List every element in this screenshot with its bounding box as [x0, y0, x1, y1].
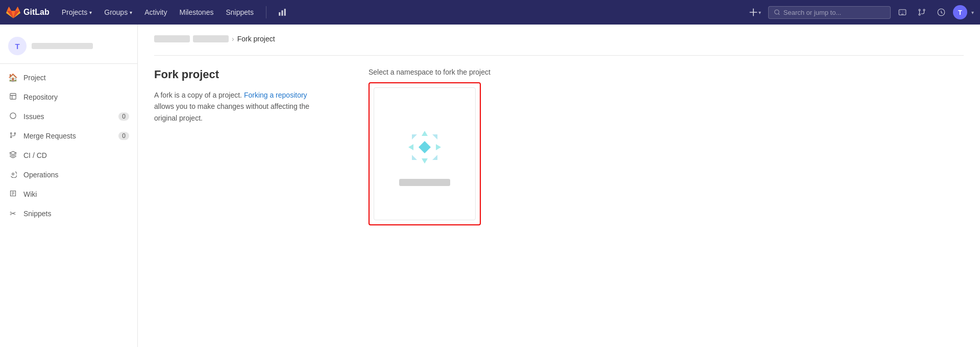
- sidebar-item-issues[interactable]: Issues 0: [0, 107, 137, 126]
- sidebar-item-snippets[interactable]: ✂ Snippets: [0, 204, 137, 223]
- sidebar-item-project[interactable]: 🏠 Project: [0, 68, 137, 87]
- breadcrumb: › Fork project: [154, 35, 964, 43]
- svg-marker-20: [432, 134, 437, 140]
- svg-marker-15: [422, 131, 428, 136]
- merge-requests-badge: 0: [118, 132, 129, 140]
- breadcrumb-part2: [193, 35, 229, 42]
- cicd-icon: [8, 151, 17, 160]
- sidebar-user-section: T: [0, 33, 137, 64]
- fork-info-section: Fork project A fork is a copy of a proje…: [154, 68, 328, 124]
- issues-badge: 0: [118, 112, 129, 121]
- issues-icon[interactable]: [934, 5, 949, 20]
- merge-request-icon[interactable]: [914, 5, 929, 20]
- wiki-icon: [8, 190, 17, 199]
- svg-point-14: [12, 173, 14, 175]
- svg-marker-23: [419, 141, 431, 153]
- sidebar-avatar: T: [8, 37, 27, 55]
- svg-point-3: [775, 10, 779, 14]
- svg-marker-21: [412, 155, 417, 160]
- groups-chevron-icon: ▾: [130, 10, 132, 15]
- sidebar-item-merge-requests[interactable]: Merge Requests 0: [0, 126, 137, 146]
- svg-marker-16: [422, 158, 428, 164]
- namespace-card[interactable]: [374, 87, 476, 220]
- fork-description: A fork is a copy of a project. Forking a…: [154, 89, 328, 124]
- main-content: › Fork project Fork project A fork is a …: [138, 25, 980, 347]
- breadcrumb-separator: ›: [232, 35, 234, 43]
- namespace-name: [399, 179, 450, 186]
- svg-rect-2: [284, 9, 286, 16]
- snippets-icon: ✂: [8, 209, 17, 218]
- repository-icon: [8, 92, 17, 102]
- svg-rect-1: [281, 10, 283, 16]
- projects-chevron-icon: ▾: [89, 10, 92, 15]
- svg-point-12: [14, 133, 16, 134]
- chart-icon-btn[interactable]: [275, 5, 290, 20]
- merge-requests-sidebar-icon: [8, 131, 17, 141]
- nav-activity[interactable]: Activity: [140, 6, 171, 18]
- gitlab-logo[interactable]: GitLab: [6, 5, 50, 19]
- sidebar: T 🏠 Project Repository Issues 0 Merge Re…: [0, 25, 138, 347]
- namespace-selector[interactable]: [369, 82, 481, 225]
- sidebar-item-wiki[interactable]: Wiki: [0, 184, 137, 204]
- user-avatar[interactable]: T: [953, 5, 967, 19]
- keyboard-shortcut-icon[interactable]: [895, 5, 910, 20]
- issues-sidebar-icon: [8, 112, 17, 121]
- svg-marker-17: [408, 144, 413, 150]
- sidebar-item-operations[interactable]: Operations: [0, 165, 137, 184]
- search-input[interactable]: [783, 9, 885, 16]
- breadcrumb-divider: [154, 55, 964, 56]
- nav-groups[interactable]: Groups ▾: [100, 6, 136, 18]
- svg-rect-9: [10, 94, 15, 99]
- svg-point-5: [919, 9, 920, 11]
- page-layout: T 🏠 Project Repository Issues 0 Merge Re…: [0, 25, 980, 347]
- sidebar-item-cicd[interactable]: CI / CD: [0, 146, 137, 165]
- svg-marker-22: [432, 155, 437, 160]
- svg-point-6: [923, 9, 925, 11]
- svg-marker-19: [412, 134, 417, 140]
- fork-title: Fork project: [154, 68, 328, 81]
- svg-point-11: [10, 133, 12, 134]
- namespace-fork-icon: [399, 122, 450, 173]
- operations-icon: [8, 170, 17, 179]
- nav-milestones[interactable]: Milestones: [176, 6, 218, 18]
- nav-divider: [266, 6, 266, 18]
- sidebar-item-repository[interactable]: Repository: [0, 87, 137, 107]
- sidebar-user-name: [32, 43, 93, 49]
- home-icon: 🏠: [8, 73, 17, 82]
- nav-snippets[interactable]: Snippets: [222, 6, 257, 18]
- fork-description-link[interactable]: Forking a repository: [244, 91, 307, 99]
- gitlab-logo-text: GitLab: [23, 8, 50, 17]
- namespace-label: Select a namespace to fork the project: [369, 68, 491, 76]
- svg-point-7: [919, 14, 920, 15]
- new-item-btn[interactable]: ▾: [746, 5, 764, 19]
- nav-projects[interactable]: Projects ▾: [58, 6, 96, 18]
- breadcrumb-current: Fork project: [237, 35, 275, 43]
- top-navigation: GitLab Projects ▾ Groups ▾ Activity Mile…: [0, 0, 980, 25]
- namespace-section: Select a namespace to fork the project: [369, 68, 491, 225]
- svg-point-13: [10, 136, 12, 138]
- svg-marker-18: [436, 144, 441, 150]
- avatar-dropdown-chevron[interactable]: ▾: [971, 10, 974, 15]
- svg-rect-0: [279, 12, 280, 16]
- svg-point-10: [10, 113, 15, 119]
- fork-layout: Fork project A fork is a copy of a proje…: [154, 68, 964, 225]
- breadcrumb-part1: [154, 35, 190, 42]
- search-box[interactable]: [768, 6, 891, 19]
